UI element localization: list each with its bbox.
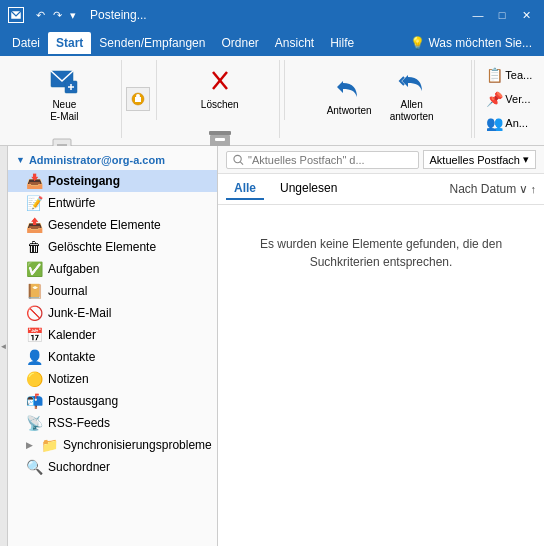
ribbon: NeueE-Mail NeueElemente▾ Neu <box>0 56 544 146</box>
sidebar-item-junk-email[interactable]: 🚫 Junk-E-Mail <box>8 302 217 324</box>
sidebar-item-journal[interactable]: 📔 Journal <box>8 280 217 302</box>
svg-rect-14 <box>209 131 231 135</box>
postausgang-label: Postausgang <box>48 394 118 408</box>
menu-datei[interactable]: Datei <box>4 32 48 54</box>
sidebar-item-kontakte[interactable]: 👤 Kontakte <box>8 346 217 368</box>
loeschen-label: Löschen <box>201 99 239 111</box>
postausgang-icon: 📬 <box>26 393 42 409</box>
search-bar: Aktuelles Postfach ▾ <box>218 146 544 174</box>
sort-option[interactable]: Nach Datum ∨ ↑ <box>449 182 536 196</box>
menu-bar: Datei Start Senden/Empfangen Ordner Ansi… <box>0 30 544 56</box>
ver-label: Tea... <box>505 69 532 81</box>
search-scope-label: Aktuelles Postfach <box>430 154 521 166</box>
team-label: An... <box>505 117 528 129</box>
quick-access-toolbar: ↶ ↷ ▾ <box>34 7 78 24</box>
sidebar-item-synchronisierungsprobleme[interactable]: ▶ 📁 Synchronisierungsprobleme 2 <box>8 434 217 456</box>
rss-feeds-icon: 📡 <box>26 415 42 431</box>
sidebar-account[interactable]: Administrator@org-a.com <box>8 150 217 170</box>
svg-rect-16 <box>215 138 225 141</box>
sort-arrow: ↑ <box>531 183 537 195</box>
sidebar-item-kalender[interactable]: 📅 Kalender <box>8 324 217 346</box>
tab-alle[interactable]: Alle <box>226 178 264 200</box>
rss-feeds-label: RSS-Feeds <box>48 416 110 430</box>
notizen-icon: 🟡 <box>26 371 42 387</box>
sidebar-item-notizen[interactable]: 🟡 Notizen <box>8 368 217 390</box>
entwuerfe-icon: 📝 <box>26 195 42 211</box>
ribbon-group-neu: NeueE-Mail NeueElemente▾ Neu <box>8 60 122 138</box>
an-label: Ver... <box>505 93 530 105</box>
geloeschte-elemente-icon: 🗑 <box>26 239 42 255</box>
maximize-button[interactable]: □ <box>492 5 512 25</box>
posteingang-icon: 📥 <box>26 173 42 189</box>
an-button[interactable]: 📌 Ver... <box>481 88 537 110</box>
app-icon <box>8 7 24 23</box>
menu-search-help[interactable]: 💡 Was möchten Sie... <box>402 32 540 54</box>
quick-access-dropdown[interactable]: ▾ <box>68 7 78 24</box>
tab-ungelesen[interactable]: Ungelesen <box>272 178 345 200</box>
posteingang-label: Posteingang <box>48 174 120 188</box>
sidebar-item-rss-feeds[interactable]: 📡 RSS-Feeds <box>8 412 217 434</box>
junk-email-icon: 🚫 <box>26 305 42 321</box>
antworten-button[interactable]: Antworten <box>320 66 379 122</box>
kalender-icon: 📅 <box>26 327 42 343</box>
tabs-bar: Alle Ungelesen Nach Datum ∨ ↑ <box>218 174 544 205</box>
ribbon-right-group: 📋 Tea... 📌 Ver... 👥 An... <box>474 60 536 138</box>
kalender-label: Kalender <box>48 328 96 342</box>
aufgaben-icon: ✅ <box>26 261 42 277</box>
sync-icon: 📁 <box>41 437 57 453</box>
sidebar-item-geloeschte-elemente[interactable]: 🗑 Gelöschte Elemente <box>8 236 217 258</box>
kontakte-label: Kontakte <box>48 350 95 364</box>
sidebar-item-gesendete-elemente[interactable]: 📤 Gesendete Elemente <box>8 214 217 236</box>
title-bar-title: Posteing... <box>90 8 147 22</box>
extra-icon-button[interactable] <box>126 87 150 111</box>
svg-point-17 <box>234 155 241 162</box>
empty-message: Es wurden keine Elemente gefunden, die d… <box>218 205 544 301</box>
sidebar-item-postausgang[interactable]: 📬 Postausgang <box>8 390 217 412</box>
gesendete-elemente-label: Gesendete Elemente <box>48 218 161 232</box>
close-button[interactable]: ✕ <box>516 5 536 25</box>
geloeschte-elemente-label: Gelöschte Elemente <box>48 240 156 254</box>
suchordner-icon: 🔍 <box>26 459 42 475</box>
entwuerfe-label: Entwürfe <box>48 196 95 210</box>
an-icon: 📌 <box>486 91 502 107</box>
main-content: Aktuelles Postfach ▾ Alle Ungelesen Nach… <box>218 146 544 546</box>
team-button[interactable]: 👥 An... <box>481 112 537 134</box>
svg-point-11 <box>136 94 140 98</box>
allen-antworten-button[interactable]: Allenantworten <box>383 60 441 128</box>
menu-hilfe[interactable]: Hilfe <box>322 32 362 54</box>
sidebar: Administrator@org-a.com 📥 Posteingang 📝 … <box>8 146 218 546</box>
sidebar-item-suchordner[interactable]: 🔍 Suchordner <box>8 456 217 478</box>
sync-label: Synchronisierungsprobleme <box>63 438 212 452</box>
title-bar: ↶ ↷ ▾ Posteing... — □ ✕ <box>0 0 544 30</box>
suchordner-label: Suchordner <box>48 460 110 474</box>
search-scope-dropdown[interactable]: Aktuelles Postfach ▾ <box>423 150 537 169</box>
search-input[interactable] <box>248 154 412 166</box>
menu-senden-empfangen[interactable]: Senden/Empfangen <box>91 32 213 54</box>
sidebar-item-aufgaben[interactable]: ✅ Aufgaben <box>8 258 217 280</box>
journal-label: Journal <box>48 284 87 298</box>
ver-icon: 📋 <box>486 67 502 83</box>
search-input-wrap[interactable] <box>226 151 419 169</box>
neue-email-label: NeueE-Mail <box>50 99 78 123</box>
team-icon: 👥 <box>486 115 502 131</box>
neue-email-icon <box>48 65 80 97</box>
loeschen-icon <box>204 65 236 97</box>
sidebar-item-entwuerfe[interactable]: 📝 Entwürfe <box>8 192 217 214</box>
menu-ordner[interactable]: Ordner <box>213 32 266 54</box>
svg-line-18 <box>240 161 243 164</box>
kontakte-icon: 👤 <box>26 349 42 365</box>
menu-start[interactable]: Start <box>48 32 91 54</box>
sidebar-toggle[interactable] <box>0 146 8 546</box>
allen-antworten-icon <box>396 65 428 97</box>
search-scope-arrow: ▾ <box>523 153 529 166</box>
ribbon-group-antworten: Antworten Allenantworten Weiterleiten <box>289 60 473 138</box>
loeschen-button[interactable]: Löschen <box>194 60 246 116</box>
ver-button[interactable]: 📋 Tea... <box>481 64 537 86</box>
redo-button[interactable]: ↷ <box>51 7 64 24</box>
menu-ansicht[interactable]: Ansicht <box>267 32 322 54</box>
minimize-button[interactable]: — <box>468 5 488 25</box>
allen-antworten-label: Allenantworten <box>390 99 434 123</box>
undo-button[interactable]: ↶ <box>34 7 47 24</box>
neue-email-button[interactable]: NeueE-Mail <box>40 60 88 128</box>
sidebar-item-posteingang[interactable]: 📥 Posteingang <box>8 170 217 192</box>
